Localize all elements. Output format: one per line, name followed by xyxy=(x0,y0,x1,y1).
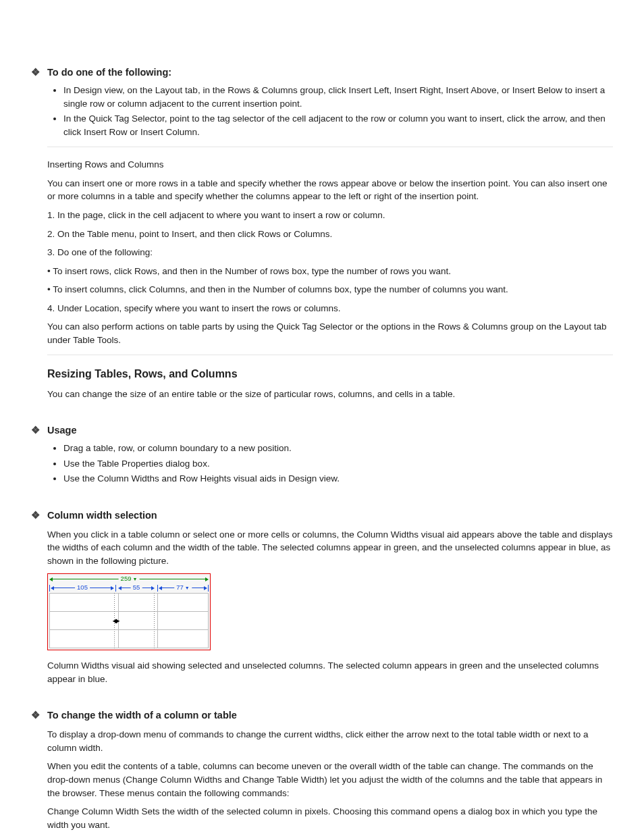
heading-to-do-one: To do one of the following: xyxy=(47,66,613,80)
ruler-value: 77 xyxy=(176,583,184,591)
ruler-value: 259 xyxy=(121,575,132,582)
heading-usage: Usage xyxy=(47,423,613,438)
paragraph: • To insert rows, click Rows, and then i… xyxy=(47,265,613,278)
paragraph: You can change the size of an entire tab… xyxy=(47,388,613,401)
paragraph: Column Widths visual aid showing selecte… xyxy=(47,659,613,685)
divider xyxy=(47,355,613,355)
paragraph: You can insert one or more rows in a tab… xyxy=(47,177,613,203)
list-item: In Design view, on the Layout tab, in th… xyxy=(63,84,613,110)
heading-column-width: Column width selection xyxy=(47,509,613,523)
paragraph: 1. In the page, click in the cell adjace… xyxy=(47,209,613,222)
divider xyxy=(47,147,613,147)
chevron-down-icon: ▼ xyxy=(185,585,190,590)
list-item: Use the Column Widths and Row Heights vi… xyxy=(63,472,613,486)
list-item: Use the Table Properties dialog box. xyxy=(63,457,613,471)
chevron-down-icon: ▼ xyxy=(132,577,137,581)
list-do-one: In Design view, on the Layout tab, in th… xyxy=(63,84,613,138)
ruler-value: 55 xyxy=(131,583,142,592)
sample-table xyxy=(49,593,209,648)
paragraph: To display a drop-down menu of commands … xyxy=(47,728,613,754)
paragraph: You can also perform actions on table pa… xyxy=(47,320,613,346)
figure-column-width: 259▼ 105 55 77▼ ◂▸ xyxy=(47,573,613,654)
list-item: Drag a table, row, or column boundary to… xyxy=(63,442,613,455)
list-usage: Drag a table, row, or column boundary to… xyxy=(63,442,613,486)
paragraph: When you click in a table column or sele… xyxy=(47,528,613,568)
ruler-value: 105 xyxy=(75,583,90,592)
list-item: In the Quick Tag Selector, point to the … xyxy=(63,112,613,138)
paragraph: Inserting Rows and Columns xyxy=(47,158,613,172)
paragraph: 2. On the Table menu, point to Insert, a… xyxy=(47,228,613,241)
paragraph: 4. Under Location, specify where you wan… xyxy=(47,302,613,315)
heading-change-width: To change the width of a column or table xyxy=(47,708,613,723)
paragraph: Change Column Width Sets the width of th… xyxy=(47,805,613,831)
paragraph: • To insert columns, click Columns, and … xyxy=(47,283,613,296)
table-selection-figure: 259▼ 105 55 77▼ ◂▸ xyxy=(47,573,211,650)
paragraph: When you edit the contents of a table, c… xyxy=(47,760,613,800)
heading-resizing: Resizing Tables, Rows, and Columns xyxy=(47,366,613,382)
paragraph: 3. Do one of the following: xyxy=(47,246,613,259)
